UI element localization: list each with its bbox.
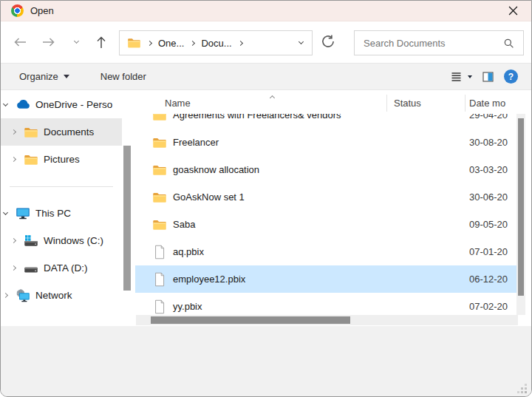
close-button[interactable]: [505, 3, 521, 19]
up-icon: [95, 35, 107, 50]
chevron-down-icon: [73, 38, 78, 44]
file-date-text: 09-05-20: [469, 219, 508, 230]
file-row-aq-pbix[interactable]: aq.pbix 07-01-20: [135, 238, 518, 265]
drive-windows-icon: [24, 234, 38, 248]
main-area: OneDrive - Perso Documents Pictures This…: [1, 91, 531, 326]
file-date-text: 07-01-20: [469, 246, 508, 257]
refresh-button[interactable]: [321, 34, 335, 52]
preview-pane-button[interactable]: [482, 71, 494, 83]
file-date-text: 06-12-20: [469, 274, 508, 285]
sidebar-item-onedrive-perso[interactable]: OneDrive - Perso: [1, 91, 122, 118]
help-icon: ?: [508, 72, 514, 82]
dropdown-arrow-icon: [64, 75, 69, 78]
navigation-pane: OneDrive - Perso Documents Pictures This…: [1, 91, 134, 326]
preview-pane-icon: [482, 71, 494, 83]
file-name-text: Freelancer: [173, 137, 219, 148]
close-icon: [508, 6, 518, 16]
forward-button[interactable]: [39, 34, 57, 50]
file-row-freelancer[interactable]: Freelancer 30-08-20: [135, 129, 518, 156]
breadcrumb-separator-icon: [190, 40, 195, 45]
expander-icon[interactable]: [11, 157, 16, 162]
view-mode-button[interactable]: [450, 71, 472, 83]
expander-icon[interactable]: [3, 293, 8, 298]
sidebar-item-pictures[interactable]: Pictures: [1, 146, 122, 173]
sidebar-scrollbar-thumb[interactable]: [123, 146, 131, 291]
help-button[interactable]: ?: [504, 69, 518, 84]
file-date-text: 29-04-20: [469, 114, 508, 121]
network-icon: [16, 288, 30, 303]
file-icon: [152, 299, 167, 314]
sidebar-separator: [1, 173, 134, 200]
horizontal-scrollbar[interactable]: [136, 315, 518, 325]
sidebar-item-label: Windows (C:): [44, 235, 103, 246]
sidebar-item-windows-c[interactable]: Windows (C:): [1, 227, 122, 254]
folder-icon: [152, 217, 167, 232]
folder-icon: [152, 190, 167, 205]
file-date-text: 07-02-20: [469, 301, 508, 312]
forward-icon: [41, 36, 55, 48]
organize-button[interactable]: Organize: [19, 71, 69, 82]
sidebar-item-data-d[interactable]: DATA (D:): [1, 254, 122, 282]
file-row-yy-pbix[interactable]: yy.pbix 07-02-20: [135, 293, 518, 315]
view-dropdown-icon[interactable]: [468, 75, 472, 78]
drive-icon: [24, 261, 38, 276]
breadcrumb-separator-icon: [238, 40, 243, 45]
expander-icon[interactable]: [11, 265, 16, 271]
file-row-goasknow-set-1[interactable]: GoAskNow set 1 30-06-20: [135, 183, 518, 211]
sidebar-item-documents[interactable]: Documents: [1, 118, 122, 146]
up-button[interactable]: [92, 34, 110, 50]
file-name-text: goasknow allocation: [173, 164, 259, 175]
file-name-text: aq.pbix: [173, 246, 204, 257]
horizontal-scrollbar-thumb[interactable]: [151, 316, 350, 324]
file-row-saba[interactable]: Saba 09-05-20: [135, 211, 518, 238]
breadcrumb-item-onedrive[interactable]: One...: [158, 38, 184, 49]
title-bar: Open: [1, 1, 531, 21]
back-icon: [13, 36, 27, 48]
file-name-text: yy.pbix: [173, 301, 202, 312]
column-header-status[interactable]: Status: [394, 98, 421, 109]
thispc-icon: [16, 206, 30, 221]
file-date-text: 30-06-20: [469, 191, 508, 203]
column-header-name[interactable]: Name: [165, 98, 191, 109]
file-row-agreements-with-freelancers-vendors[interactable]: Agreements with Freelancers& vendors 29-…: [135, 114, 518, 129]
address-bar[interactable]: One... Docu...: [119, 30, 313, 55]
expander-icon[interactable]: [3, 209, 8, 214]
back-button[interactable]: [11, 34, 29, 50]
file-row-goasknow-allocation[interactable]: goasknow allocation 03-03-20: [135, 156, 518, 183]
navigation-bar: One... Docu...: [1, 22, 531, 63]
recent-locations-button[interactable]: [67, 34, 85, 50]
vertical-scrollbar-thumb[interactable]: [518, 118, 524, 296]
folder-icon: [152, 163, 167, 177]
breadcrumb-item-documents[interactable]: Docu...: [201, 38, 231, 49]
expander-icon[interactable]: [3, 101, 8, 106]
file-name-text: employee12.pbix: [173, 274, 245, 285]
column-header-row: Name Status Date mo: [135, 91, 531, 114]
search-icon: [503, 38, 514, 49]
column-header-date[interactable]: Date mo: [469, 98, 505, 109]
folder-icon: [24, 152, 38, 167]
file-list-pane: Name Status Date mo Agreements with Free…: [135, 91, 531, 326]
refresh-icon: [321, 34, 335, 49]
new-folder-button[interactable]: New folder: [100, 71, 146, 82]
new-folder-label: New folder: [100, 71, 146, 82]
sidebar-item-network[interactable]: Network: [1, 282, 122, 309]
chrome-icon: [11, 4, 24, 17]
file-row-employee12-pbix[interactable]: employee12.pbix 06-12-20: [135, 265, 518, 293]
dialog-toolbar: Organize New folder ?: [1, 63, 531, 90]
expander-icon[interactable]: [11, 238, 16, 243]
resize-grip[interactable]: [525, 391, 527, 393]
file-date-text: 03-03-20: [469, 164, 508, 175]
search-input[interactable]: [364, 38, 503, 49]
sidebar-item-this-pc[interactable]: This PC: [1, 200, 122, 227]
folder-icon: [152, 135, 167, 150]
file-name-text: Saba: [173, 219, 195, 230]
file-icon: [152, 272, 167, 287]
file-rows-viewport: Agreements with Freelancers& vendors 29-…: [135, 114, 518, 315]
file-name-text: GoAskNow set 1: [173, 191, 245, 203]
sidebar-item-label: Documents: [44, 126, 94, 138]
expander-icon[interactable]: [11, 129, 16, 135]
address-dropdown-icon[interactable]: [299, 39, 304, 44]
vertical-scrollbar[interactable]: [516, 114, 525, 315]
folder-icon: [152, 114, 167, 123]
folder-icon: [24, 125, 38, 140]
